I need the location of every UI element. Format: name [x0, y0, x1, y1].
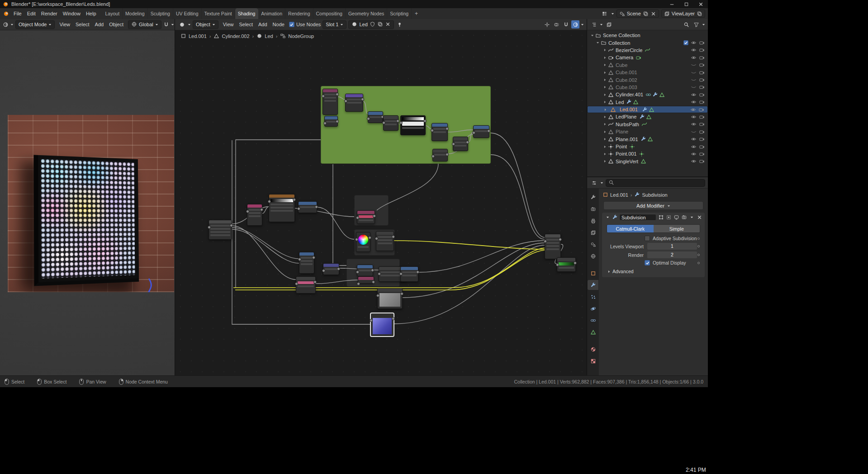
expand-icon[interactable] [602, 71, 608, 74]
menu-edit[interactable]: Edit [24, 8, 38, 19]
viewport-canvas[interactable] [0, 19, 175, 375]
realtime-toggle[interactable] [673, 214, 679, 220]
snap-magnet-icon[interactable] [163, 20, 169, 28]
shader-node[interactable] [299, 252, 314, 274]
outliner-row[interactable]: Led.001 [587, 106, 708, 113]
workspace-tab-animation[interactable]: Animation [258, 8, 285, 19]
workspace-tab-compositing[interactable]: Compositing [313, 8, 346, 19]
node-canvas[interactable] [175, 19, 587, 375]
search-icon[interactable] [682, 20, 690, 28]
new-viewlayer-icon[interactable] [697, 11, 702, 17]
shader-node[interactable] [377, 288, 403, 309]
eye-icon[interactable] [691, 92, 697, 98]
chevron-down-icon[interactable] [171, 23, 174, 26]
animate-dot[interactable] [697, 254, 700, 256]
copy-material-icon[interactable] [377, 21, 383, 28]
animate-dot[interactable] [697, 237, 700, 240]
eye-icon[interactable] [691, 144, 697, 150]
blender-menu-icon[interactable] [1, 11, 11, 17]
properties-tab-render[interactable] [588, 204, 598, 214]
chevron-down-icon[interactable] [702, 23, 705, 26]
eye-closed-icon[interactable] [691, 129, 697, 135]
shader-node[interactable] [400, 266, 418, 282]
expand-icon[interactable] [602, 108, 608, 111]
shader-node[interactable] [323, 89, 338, 115]
menu-window[interactable]: Window [60, 8, 83, 19]
properties-tab-physics[interactable] [588, 303, 598, 313]
viewlayer-selector[interactable]: ViewLayer [661, 9, 705, 18]
outliner-row[interactable]: SingleVert [587, 158, 708, 165]
chevron-down-icon[interactable] [600, 23, 603, 26]
add-modifier-button[interactable]: Add Modifier [603, 201, 703, 210]
camera-render-icon[interactable] [698, 107, 704, 113]
workspace-tab-modeling[interactable]: Modeling [123, 8, 148, 19]
properties-tab-scene[interactable] [588, 239, 598, 249]
workspace-tab-sculpting[interactable]: Sculpting [148, 8, 173, 19]
shader-node[interactable] [453, 137, 468, 151]
editor-presets-icon[interactable] [601, 9, 609, 18]
properties-tab-object[interactable] [588, 268, 598, 278]
properties-tab-texture[interactable] [588, 356, 598, 366]
expand-icon[interactable] [602, 137, 608, 141]
animate-dot[interactable] [697, 245, 700, 247]
shader-node[interactable] [376, 231, 394, 251]
eye-closed-icon[interactable] [691, 77, 697, 83]
shader-menu-node[interactable]: Node [270, 19, 287, 30]
breadcrumb-item[interactable]: NodeGroup [288, 33, 314, 39]
advanced-section[interactable]: Advanced [602, 268, 705, 275]
eye-icon[interactable] [691, 136, 697, 142]
viewport-menu-view[interactable]: View [57, 19, 73, 30]
shader-type-select[interactable]: Object [193, 20, 218, 29]
eye-icon[interactable] [691, 151, 697, 157]
modifier-name-field[interactable]: Subdivision [619, 214, 656, 221]
minimize-button[interactable] [664, 0, 679, 8]
properties-tab-material[interactable] [588, 344, 598, 354]
shader-node[interactable] [357, 265, 373, 276]
expand-icon[interactable] [602, 78, 608, 81]
edit-mode-toggle[interactable] [665, 214, 672, 220]
expand-icon[interactable] [602, 145, 608, 148]
scene-selector[interactable]: Scene [617, 9, 659, 18]
outliner-row[interactable]: NurbsPath [587, 121, 708, 128]
camera-render-icon[interactable] [699, 40, 705, 46]
shader-node[interactable] [209, 220, 232, 240]
outliner-row[interactable]: Cube.001 [587, 69, 708, 76]
eye-closed-icon[interactable] [691, 84, 697, 90]
collapse-icon[interactable] [594, 41, 601, 44]
eye-icon[interactable] [691, 158, 697, 164]
expand-modifier-button[interactable] [604, 216, 611, 219]
outliner-row[interactable]: Cube.003 [587, 84, 708, 91]
filter-funnel-icon[interactable] [692, 20, 700, 28]
mode-select[interactable]: Object Mode [15, 20, 55, 29]
eye-icon[interactable] [691, 99, 697, 105]
pin-icon[interactable] [396, 20, 404, 28]
outliner-row[interactable]: Point.001 [587, 150, 708, 157]
shader-node[interactable] [545, 234, 561, 259]
eye-icon[interactable] [691, 114, 697, 120]
camera-render-icon[interactable] [699, 136, 705, 142]
outliner-row[interactable]: Cube [587, 62, 708, 69]
close-button[interactable] [693, 0, 708, 8]
outliner-row[interactable]: Collection [587, 39, 708, 46]
workspace-tab-rendering[interactable]: Rendering [285, 8, 313, 19]
workspace-tab-layout[interactable]: Layout [103, 8, 123, 19]
shader-node[interactable] [269, 194, 295, 222]
shader-node[interactable] [357, 210, 375, 224]
outliner-row[interactable]: Scene Collection [587, 32, 708, 39]
collection-checkbox[interactable] [683, 40, 688, 45]
workspace-tab-texture-paint[interactable]: Texture Paint [202, 8, 235, 19]
fake-user-icon[interactable] [370, 21, 375, 28]
catmull-clark-button[interactable]: Catmull-Clark [607, 225, 654, 232]
camera-render-icon[interactable] [699, 114, 705, 120]
shader-menu-select[interactable]: Select [236, 19, 256, 30]
chevron-down-icon[interactable] [611, 12, 614, 15]
viewport-menu-select[interactable]: Select [73, 19, 92, 30]
adaptive-subdivision-checkbox[interactable] [645, 236, 650, 241]
overlays-toggle-icon[interactable] [552, 20, 560, 28]
breadcrumb-item[interactable]: Led [265, 33, 273, 39]
outliner-row[interactable]: Led [587, 99, 708, 106]
optimal-display-checkbox[interactable] [645, 260, 650, 265]
workspace-tab-geometry-nodes[interactable]: Geometry Nodes [346, 8, 387, 19]
camera-render-icon[interactable] [699, 99, 705, 105]
shader-node[interactable] [400, 115, 426, 135]
